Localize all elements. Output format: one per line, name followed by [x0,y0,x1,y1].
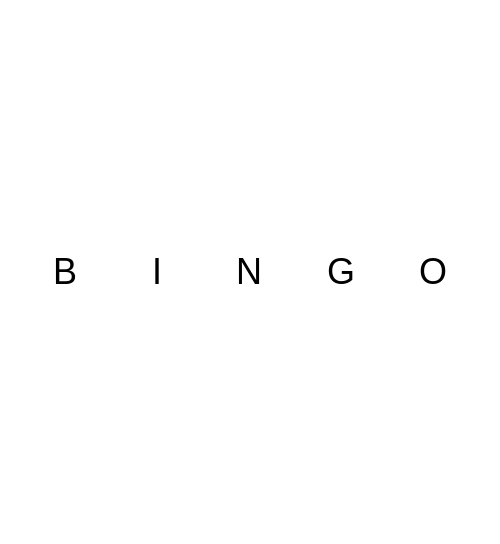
header-letter-g: G [296,247,388,297]
header-letter-b: B [20,247,112,297]
header-letter-n: N [204,247,296,297]
bingo-card-container: BINGO [20,247,480,297]
bingo-header: BINGO [20,247,480,297]
header-letter-i: I [112,247,204,297]
header-letter-o: O [388,247,480,297]
